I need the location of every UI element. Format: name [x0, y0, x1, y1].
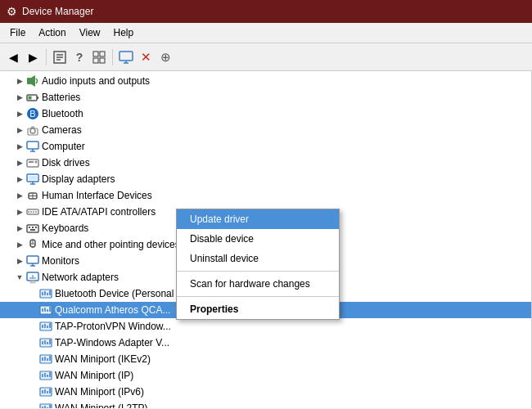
expand-btn-net-wan-ipv6[interactable] [26, 385, 39, 398]
item-icon-net-wan-l2tp [39, 402, 52, 408]
expand-btn-computer[interactable]: ▶ [13, 140, 26, 153]
expand-btn-hid[interactable]: ▶ [13, 189, 26, 202]
item-icon-displayadapters [26, 173, 39, 186]
expand-btn-monitors[interactable]: ▶ [13, 254, 26, 267]
expand-btn-net-bt[interactable] [26, 287, 39, 300]
toolbar-monitor[interactable] [117, 48, 135, 66]
item-icon-net-wan-ipv6 [39, 385, 52, 398]
toolbar-scan[interactable]: ⊕ [156, 48, 174, 66]
toolbar: ◀ ▶ ? ✕ ⊕ [0, 43, 532, 71]
tree-item-hid[interactable]: ▶Human Interface Devices [0, 187, 531, 204]
item-label-net-wan-ikev2: WAN Miniport (IKEv2) [55, 353, 151, 365]
menu-bar: File Action View Help [0, 23, 532, 43]
menu-action[interactable]: Action [32, 25, 72, 41]
expand-btn-audio[interactable]: ▶ [13, 74, 26, 88]
ctx-item-update-driver[interactable]: Update driver [177, 209, 339, 229]
svg-rect-47 [27, 256, 38, 263]
toolbar-back[interactable]: ◀ [4, 48, 22, 66]
tree-item-audio[interactable]: ▶Audio inputs and outputs [0, 73, 531, 89]
expand-btn-ide[interactable]: ▶ [13, 205, 26, 218]
expand-btn-displayadapters[interactable]: ▶ [13, 173, 26, 186]
svg-rect-14 [37, 97, 38, 99]
tree-item-batteries[interactable]: ▶Batteries [0, 89, 531, 106]
item-label-net-qualcomm: Qualcomm Atheros QCA... [55, 304, 170, 316]
svg-rect-40 [32, 227, 34, 228]
svg-rect-29 [29, 176, 37, 180]
toolbar-help[interactable]: ? [70, 48, 88, 66]
expand-btn-mice[interactable]: ▶ [13, 238, 26, 251]
expand-btn-bluetooth[interactable]: ▶ [13, 107, 26, 120]
expand-btn-net-tap-proton[interactable] [26, 320, 39, 333]
expand-btn-net-qualcomm[interactable] [26, 303, 39, 317]
item-label-displayadapters: Display adapters [42, 173, 115, 185]
expand-btn-batteries[interactable]: ▶ [13, 91, 26, 104]
item-label-ide: IDE ATA/ATAPI controllers [42, 206, 156, 218]
toolbar-delete[interactable]: ✕ [137, 48, 155, 66]
tree-item-bluetooth[interactable]: ▶BBluetooth [0, 106, 531, 122]
item-icon-ide [26, 205, 39, 218]
svg-rect-15 [29, 97, 32, 100]
tree-item-displayadapters[interactable]: ▶Display adapters [0, 171, 531, 187]
item-icon-hid [26, 189, 39, 202]
tree-item-computer[interactable]: ▶Computer [0, 138, 531, 155]
toolbar-expand[interactable] [90, 48, 108, 66]
expand-btn-diskdrives[interactable]: ▶ [13, 156, 26, 169]
item-icon-bluetooth: B [26, 107, 39, 120]
tree-item-cameras[interactable]: ▶Cameras [0, 122, 531, 138]
item-icon-keyboards [26, 222, 39, 235]
item-icon-cameras [26, 124, 39, 137]
menu-help[interactable]: Help [107, 25, 141, 41]
svg-rect-19 [28, 128, 38, 135]
item-label-net-tap-proton: TAP-ProtonVPN Window... [55, 321, 171, 332]
tree-item-net-tap-win[interactable]: TAP-Windows Adapter V... [0, 335, 531, 351]
item-label-bluetooth: Bluetooth [42, 108, 83, 119]
svg-rect-39 [29, 227, 30, 228]
expand-btn-keyboards[interactable]: ▶ [13, 222, 26, 235]
toolbar-forward[interactable]: ▶ [24, 48, 42, 66]
svg-rect-51 [30, 281, 35, 283]
expand-btn-network[interactable]: ▼ [13, 271, 26, 284]
item-label-mice: Mice and other pointing devices [42, 239, 180, 250]
svg-text:B: B [29, 109, 35, 119]
svg-rect-38 [27, 225, 38, 232]
item-icon-net-tap-proton [39, 320, 52, 333]
tree-item-net-wan-l2tp[interactable]: WAN Miniport (L2TP) [0, 400, 531, 408]
ctx-item-properties[interactable]: Properties [177, 299, 339, 319]
expand-btn-net-tap-win[interactable] [26, 336, 39, 349]
item-icon-monitors [26, 254, 39, 267]
item-label-computer: Computer [42, 141, 85, 152]
item-label-net-wan-ipv6: WAN Miniport (IPv6) [55, 386, 144, 398]
toolbar-sep1 [46, 49, 47, 65]
tree-item-net-tap-proton[interactable]: TAP-ProtonVPN Window... [0, 318, 531, 335]
item-icon-audio [26, 74, 39, 88]
toolbar-properties[interactable] [51, 48, 69, 66]
ctx-item-scan[interactable]: Scan for hardware changes [177, 274, 339, 294]
tree-item-diskdrives[interactable]: ▶Disk drives [0, 155, 531, 171]
ctx-separator [177, 271, 339, 272]
ctx-item-disable-device[interactable]: Disable device [177, 229, 339, 249]
expand-btn-cameras[interactable]: ▶ [13, 124, 26, 137]
title-bar-icon: ⚙ [7, 5, 17, 18]
tree-item-net-wan-ip[interactable]: WAN Miniport (IP) [0, 367, 531, 384]
tree-item-net-wan-ikev2[interactable]: WAN Miniport (IKEv2) [0, 351, 531, 367]
menu-view[interactable]: View [73, 25, 107, 41]
menu-file[interactable]: File [3, 25, 32, 41]
item-label-net-wan-l2tp: WAN Miniport (L2TP) [55, 402, 148, 408]
expand-btn-net-wan-ip[interactable] [26, 369, 39, 382]
tree-item-net-wan-ipv6[interactable]: WAN Miniport (IPv6) [0, 384, 531, 400]
svg-rect-5 [100, 52, 105, 56]
expand-btn-net-wan-ikev2[interactable] [26, 353, 39, 366]
item-label-audio: Audio inputs and outputs [42, 75, 150, 87]
ctx-item-uninstall-device[interactable]: Uninstall device [177, 249, 339, 268]
content-area: ▶Audio inputs and outputs▶Batteries▶BBlu… [0, 71, 532, 408]
item-label-diskdrives: Disk drives [42, 157, 90, 169]
expand-btn-net-wan-l2tp[interactable] [26, 402, 39, 408]
item-label-hid: Human Interface Devices [42, 190, 152, 201]
item-label-net-tap-win: TAP-Windows Adapter V... [55, 337, 169, 348]
svg-point-25 [35, 161, 38, 164]
item-label-net-wan-ip: WAN Miniport (IP) [55, 370, 133, 381]
svg-rect-24 [29, 161, 34, 163]
item-label-network: Network adapters [42, 272, 119, 283]
svg-rect-11 [27, 78, 31, 84]
svg-rect-41 [35, 227, 37, 228]
